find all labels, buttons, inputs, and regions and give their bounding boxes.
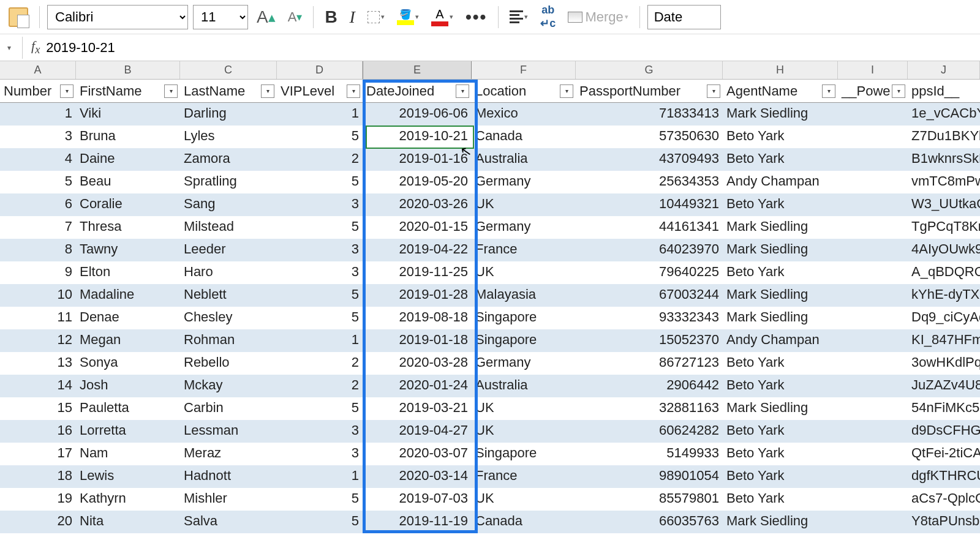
cell-firstname[interactable]: Viki [76,103,180,126]
cell-lastname[interactable]: Salva [180,511,277,533]
cell-power[interactable] [838,488,908,511]
cell-power[interactable] [838,443,908,465]
cell-firstname[interactable]: Daine [76,148,180,171]
cell-agentname[interactable]: Mark Siedling [723,216,838,239]
cell-location[interactable]: Singapore [472,329,576,352]
cell-passport[interactable]: 32881163 [576,397,723,420]
cell-firstname[interactable]: Coralie [76,193,180,216]
cell-agentname[interactable]: Mark Siedling [723,397,838,420]
cell-agentname[interactable]: Beto Yark [723,488,838,511]
cell-agentname[interactable]: Beto Yark [723,375,838,397]
cell-power[interactable] [838,193,908,216]
cell-number[interactable]: 9 [0,261,76,284]
cell-agentname[interactable]: Beto Yark [723,193,838,216]
col-header-d[interactable]: D [277,61,363,79]
cell-number[interactable]: 5 [0,171,76,193]
filter-button[interactable]: ▾ [892,84,905,98]
cell-ppsid[interactable]: Z7Du1BKYbBg [908,126,980,148]
cell-firstname[interactable]: Megan [76,329,180,352]
cell-lastname[interactable]: Spratling [180,171,277,193]
cell-number[interactable]: 14 [0,375,76,397]
cell-firstname[interactable]: Bruna [76,126,180,148]
font-select[interactable]: Calibri [47,5,188,29]
cell-location[interactable]: UK [472,397,576,420]
cell-agentname[interactable]: Beto Yark [723,420,838,443]
cell-lastname[interactable]: Chesley [180,307,277,329]
cell-lastname[interactable]: Rohman [180,329,277,352]
cell-viplevel[interactable]: 5 [277,284,363,307]
cell-passport[interactable]: 60624282 [576,420,723,443]
border-button[interactable]: ▾ [364,5,388,29]
cell-ppsid[interactable]: B1wknrsSkPI [908,148,980,171]
cell-lastname[interactable]: Zamora [180,148,277,171]
cell-location[interactable]: UK [472,261,576,284]
cell-number[interactable]: 13 [0,352,76,375]
font-size-select[interactable]: 11 [193,5,248,29]
col-header-c[interactable]: C [180,61,277,79]
cell-firstname[interactable]: Lewis [76,465,180,488]
cell-passport[interactable]: 66035763 [576,511,723,533]
filter-button[interactable]: ▾ [164,84,178,98]
cell-firstname[interactable]: Tawny [76,239,180,261]
merge-button[interactable]: Merge▾ [564,5,631,29]
cell-number[interactable]: 18 [0,465,76,488]
cell-passport[interactable]: 67003244 [576,284,723,307]
col-header-h[interactable]: H [723,61,838,79]
cell-power[interactable] [838,284,908,307]
cell-passport[interactable]: 85579801 [576,488,723,511]
col-header-e[interactable]: E [363,61,472,79]
cell-power[interactable] [838,148,908,171]
cell-location[interactable]: Germany [472,171,576,193]
filter-button[interactable]: ▾ [261,84,274,98]
cell-firstname[interactable]: Pauletta [76,397,180,420]
cell-firstname[interactable]: Kathyrn [76,488,180,511]
cell-firstname[interactable]: Nita [76,511,180,533]
cell-location[interactable]: France [472,465,576,488]
cell-ppsid[interactable]: 4AIyOUwk9WY [908,239,980,261]
cell-viplevel[interactable]: 3 [277,261,363,284]
cell-datejoined[interactable]: 2019-01-18 [363,329,472,352]
cell-lastname[interactable]: Mckay [180,375,277,397]
cell-power[interactable] [838,171,908,193]
filter-button[interactable]: ▾ [822,84,835,98]
cell-power[interactable] [838,511,908,533]
cell-power[interactable] [838,375,908,397]
col-header-b[interactable]: B [76,61,180,79]
cell-firstname[interactable]: Thresa [76,216,180,239]
cell-viplevel[interactable]: 1 [277,103,363,126]
cell-ppsid[interactable]: QtFei-2tiCA [908,443,980,465]
cell-firstname[interactable]: Nam [76,443,180,465]
cell-datejoined[interactable]: 2019-01-28 [363,284,472,307]
cell-power[interactable] [838,216,908,239]
cell-passport[interactable]: 15052370 [576,329,723,352]
cell-ppsid[interactable]: 1e_vCACbYPY [908,103,980,126]
cell-viplevel[interactable]: 2 [277,352,363,375]
cell-passport[interactable]: 25634353 [576,171,723,193]
cell-lastname[interactable]: Milstead [180,216,277,239]
cell-location[interactable]: Germany [472,352,576,375]
cell-number[interactable]: 4 [0,148,76,171]
cell-datejoined[interactable]: 2020-03-14 [363,465,472,488]
cell-power[interactable] [838,420,908,443]
cell-viplevel[interactable]: 3 [277,239,363,261]
cell-number[interactable]: 20 [0,511,76,533]
cell-passport[interactable]: 64023970 [576,239,723,261]
cell-location[interactable]: Singapore [472,443,576,465]
cell-power[interactable] [838,126,908,148]
cell-passport[interactable]: 10449321 [576,193,723,216]
cell-number[interactable]: 19 [0,488,76,511]
cell-datejoined[interactable]: 2019-07-03 [363,488,472,511]
cell-datejoined[interactable]: 2019-04-27 [363,420,472,443]
cell-firstname[interactable]: Lorretta [76,420,180,443]
cell-agentname[interactable]: Andy Champan [723,329,838,352]
cell-lastname[interactable]: Sang [180,193,277,216]
cell-viplevel[interactable]: 2 [277,375,363,397]
cell-viplevel[interactable]: 5 [277,171,363,193]
cell-passport[interactable]: 44161341 [576,216,723,239]
cell-ppsid[interactable]: 54nFiMKc5ag [908,397,980,420]
filter-button[interactable]: ▾ [456,84,469,98]
cell-viplevel[interactable]: 1 [277,465,363,488]
cell-viplevel[interactable]: 5 [277,397,363,420]
cell-agentname[interactable]: Beto Yark [723,352,838,375]
wrap-text-button[interactable]: ab↵c [537,5,559,29]
